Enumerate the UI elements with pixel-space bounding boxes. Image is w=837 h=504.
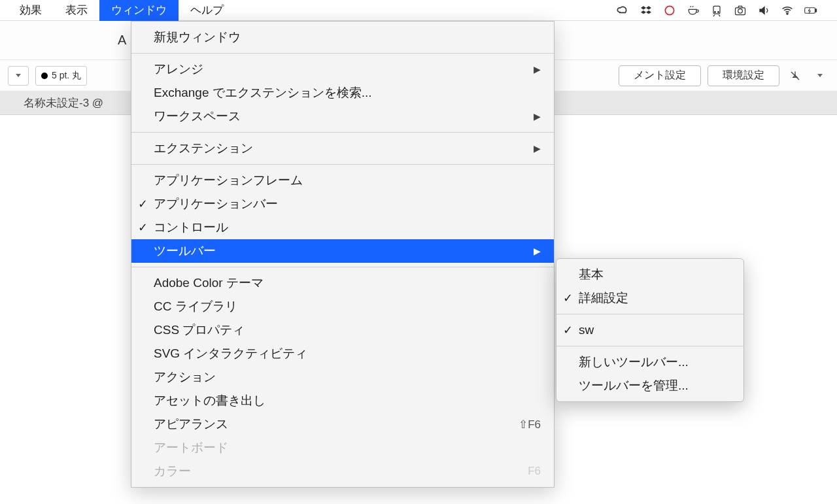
menu-cc-libraries[interactable]: CC ライブラリ xyxy=(131,295,554,318)
check-icon: ✓ xyxy=(138,197,148,211)
svg-point-6 xyxy=(787,12,788,14)
menu-css-properties[interactable]: CSS プロパティ xyxy=(131,318,554,342)
menu-item-label: Exchange でエクステンションを検索... xyxy=(154,84,372,101)
menu-item-label: ツールバー xyxy=(154,243,216,260)
menu-help[interactable]: ヘルプ xyxy=(179,0,235,21)
menu-item-label: CSS プロパティ xyxy=(154,322,245,339)
menu-item-label: sw xyxy=(579,323,594,337)
menu-action[interactable]: アクション xyxy=(131,365,554,389)
document-settings-button[interactable]: メント設定 xyxy=(619,65,701,86)
creative-cloud-icon[interactable] xyxy=(616,4,629,17)
preferences-button[interactable]: 環境設定 xyxy=(708,65,779,86)
submenu-new-toolbar[interactable]: 新しいツールバー... xyxy=(556,350,743,374)
menu-separator xyxy=(556,346,743,346)
menu-adobe-color[interactable]: Adobe Color テーマ xyxy=(131,271,554,295)
wifi-icon[interactable] xyxy=(781,4,794,17)
menu-artboard[interactable]: アートボード xyxy=(131,436,554,460)
menu-item-label: コントロール xyxy=(154,219,228,236)
menubar-tray xyxy=(616,4,829,17)
circle-icon[interactable] xyxy=(663,4,676,17)
menu-asset-export[interactable]: アセットの書き出し xyxy=(131,389,554,412)
menu-window[interactable]: ウィンドウ xyxy=(99,0,179,21)
menu-item-label: アクション xyxy=(154,369,216,386)
svg-point-3 xyxy=(718,11,719,12)
menu-color[interactable]: カラー F6 xyxy=(131,460,554,483)
menu-extension[interactable]: エクステンション ▶ xyxy=(131,137,554,160)
menu-svg-interactivity[interactable]: SVG インタラクティビティ xyxy=(131,342,554,365)
document-tab-label[interactable]: 名称未設定-3 @ xyxy=(24,95,103,110)
submenu-basic[interactable]: 基本 xyxy=(556,263,743,286)
volume-icon[interactable] xyxy=(757,4,770,17)
menu-item-label: アプリケーションフレーム xyxy=(154,172,303,189)
menu-separator xyxy=(131,267,554,267)
submenu-arrow-icon: ▶ xyxy=(534,246,541,256)
svg-rect-8 xyxy=(815,8,816,11)
submenu-arrow-icon: ▶ xyxy=(534,143,541,154)
window-dropdown: 新規ウィンドウ アレンジ ▶ Exchange でエクステンションを検索... … xyxy=(131,21,555,488)
menubar: 効果 表示 ウィンドウ ヘルプ xyxy=(0,0,837,21)
battery-icon[interactable] xyxy=(804,4,817,17)
menu-separator xyxy=(556,314,743,314)
submenu-manage-toolbars[interactable]: ツールバーを管理... xyxy=(556,374,743,397)
menu-item-label: アセットの書き出し xyxy=(154,392,265,409)
menu-workspace[interactable]: ワークスペース ▶ xyxy=(131,105,554,128)
toolbar-submenu: 基本 ✓ 詳細設定 ✓ sw 新しいツールバー... ツールバーを管理... xyxy=(556,258,744,402)
menu-application-bar[interactable]: ✓ アプリケーションバー xyxy=(131,192,554,216)
brush-select[interactable]: 5 pt. 丸 xyxy=(35,66,87,86)
menu-exchange-search[interactable]: Exchange でエクステンションを検索... xyxy=(131,81,554,105)
app-title: A xyxy=(118,33,126,48)
pin-icon[interactable] xyxy=(786,67,804,85)
menu-new-window[interactable]: 新規ウィンドウ xyxy=(131,25,554,49)
dropbox-icon[interactable] xyxy=(640,4,653,17)
menu-item-label: 新規ウィンドウ xyxy=(154,29,241,46)
menu-effect[interactable]: 効果 xyxy=(8,0,54,21)
menu-item-label: ツールバーを管理... xyxy=(579,377,689,394)
check-icon: ✓ xyxy=(138,220,148,235)
menu-view[interactable]: 表示 xyxy=(54,0,99,21)
menu-item-label: アピアランス xyxy=(154,416,228,433)
menu-item-label: CC ライブラリ xyxy=(154,298,237,315)
menu-item-label: ワークスペース xyxy=(154,108,241,125)
menu-item-label: SVG インタラクティビティ xyxy=(154,345,307,362)
expand-icon[interactable] xyxy=(811,67,829,85)
menu-separator xyxy=(131,132,554,133)
menu-item-label: 新しいツールバー... xyxy=(579,354,689,371)
menu-item-label: エクステンション xyxy=(154,140,253,157)
chevron-down-icon xyxy=(817,74,823,77)
menu-item-label: アートボード xyxy=(154,439,228,456)
submenu-sw[interactable]: ✓ sw xyxy=(556,318,743,342)
menu-separator xyxy=(131,164,554,165)
menu-separator xyxy=(131,53,554,54)
menu-appearance[interactable]: アピアランス ⇧F6 xyxy=(131,412,554,436)
menubar-left: 効果 表示 ウィンドウ ヘルプ xyxy=(8,0,235,21)
camera-icon[interactable] xyxy=(734,4,747,17)
svg-point-5 xyxy=(738,8,743,13)
menu-item-label: Adobe Color テーマ xyxy=(154,275,264,292)
svg-point-0 xyxy=(665,6,674,14)
menu-item-label: アレンジ xyxy=(154,61,203,78)
shortcut-label: ⇧F6 xyxy=(519,418,541,431)
submenu-arrow-icon: ▶ xyxy=(534,64,541,75)
chevron-down-icon xyxy=(16,74,21,77)
menu-item-label: カラー xyxy=(154,463,191,480)
menu-control[interactable]: ✓ コントロール xyxy=(131,216,554,239)
submenu-arrow-icon: ▶ xyxy=(534,111,541,122)
menu-item-label: アプリケーションバー xyxy=(154,195,278,212)
svg-point-2 xyxy=(715,11,716,12)
submenu-advanced[interactable]: ✓ 詳細設定 xyxy=(556,286,743,310)
control-left-dropdown[interactable] xyxy=(8,66,29,86)
menu-item-label: 基本 xyxy=(579,266,604,283)
menu-application-frame[interactable]: アプリケーションフレーム xyxy=(131,169,554,192)
menu-item-label: 詳細設定 xyxy=(579,290,628,307)
menu-arrange[interactable]: アレンジ ▶ xyxy=(131,58,554,81)
train-icon[interactable] xyxy=(710,4,723,17)
check-icon: ✓ xyxy=(563,323,573,337)
brush-preview-icon xyxy=(41,73,48,79)
shortcut-label: F6 xyxy=(528,465,541,478)
menu-toolbar[interactable]: ツールバー ▶ xyxy=(131,239,554,263)
coffee-icon[interactable] xyxy=(687,4,700,17)
svg-rect-7 xyxy=(805,7,815,13)
check-icon: ✓ xyxy=(563,291,573,305)
brush-label: 5 pt. 丸 xyxy=(52,70,81,82)
